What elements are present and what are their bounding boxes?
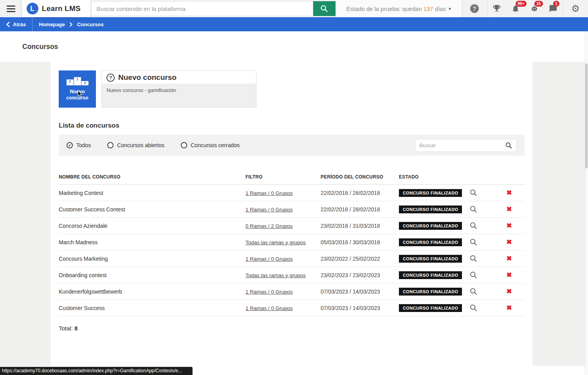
settings-button[interactable]: ⚙ <box>563 0 588 17</box>
delete-contest-icon[interactable]: ✖ <box>506 271 512 279</box>
contest-name: Concorso Aziendale <box>59 223 245 229</box>
filter-radio-todos[interactable]: Todos <box>67 142 91 148</box>
mouse-cursor <box>78 90 83 98</box>
assistant-button[interactable]: 15 <box>525 0 544 17</box>
vertical-scrollbar[interactable] <box>585 31 588 375</box>
back-label: Atrás <box>13 22 26 27</box>
delete-contest-icon[interactable]: ✖ <box>506 238 512 246</box>
contest-period: 05/03/2018 / 30/03/2018 <box>321 239 399 245</box>
breadcrumb-bar: Atrás Homepage Concursos <box>0 17 588 31</box>
contest-name: Customer Success <box>59 305 245 311</box>
contest-filter-link[interactable]: 1 Ramas / 0 Grupos <box>245 305 293 311</box>
contest-filter-link[interactable]: 1 Ramas / 0 Grupos <box>245 207 293 213</box>
view-contest-icon[interactable] <box>469 271 478 279</box>
global-search-input[interactable] <box>91 1 313 16</box>
status-badge: CONCURSO FINALIZADO <box>399 222 462 230</box>
delete-contest-icon[interactable]: ✖ <box>506 288 512 295</box>
back-button[interactable]: Atrás <box>0 17 32 31</box>
list-search-input[interactable] <box>419 142 505 148</box>
table-row: Concours Marketing 1 Ramas / 0 Grupos 23… <box>59 251 525 267</box>
list-search <box>415 139 517 152</box>
filter-radio-cerrados[interactable]: Concursos cerrados <box>181 142 240 148</box>
contest-name: Concours Marketing <box>59 256 245 262</box>
top-bar: L Learn LMS Estado de la prueba: quedan … <box>0 0 588 17</box>
total-value: 8 <box>74 325 78 332</box>
contest-filter-link[interactable]: 0 Ramas / 2 Grupos <box>245 223 293 229</box>
delete-contest-icon[interactable]: ✖ <box>506 255 512 262</box>
assistant-count-badge: 15 <box>534 1 543 7</box>
new-contest-card: ? Nuevo concurso Nuevo concurso - gamifi… <box>101 70 256 108</box>
new-contest-tile[interactable]: 213 Nuevo concurso <box>59 70 96 108</box>
breadcrumb-homepage[interactable]: Homepage <box>39 22 65 27</box>
search-icon[interactable] <box>505 142 512 149</box>
gamification-button[interactable] <box>487 0 506 17</box>
topbar-icons: ? 99+ 15 1 <box>462 0 588 17</box>
chevron-left-icon <box>6 22 10 27</box>
brand-name: Learn LMS <box>42 4 81 13</box>
column-header-estado: ESTADO <box>399 174 469 180</box>
view-contest-icon[interactable] <box>469 238 478 246</box>
total-count: Total: 8 <box>59 325 525 332</box>
contest-name: Kundenerfolgswettbewerb <box>59 288 245 295</box>
contest-name: Onboarding contest <box>59 272 245 278</box>
help-button[interactable]: ? <box>462 0 487 17</box>
delete-contest-icon[interactable]: ✖ <box>506 222 512 229</box>
filter-radio-abiertos[interactable]: Concursos abiertos <box>107 142 164 148</box>
content-panel: 213 Nuevo concurso ? Nuevo concurso Nuev… <box>51 62 532 366</box>
status-badge: CONCURSO FINALIZADO <box>399 238 462 246</box>
help-icon: ? <box>470 4 479 13</box>
status-badge: CONCURSO FINALIZADO <box>399 255 462 263</box>
contest-name: March Madness <box>59 239 245 245</box>
view-contest-icon[interactable] <box>469 205 478 213</box>
radio-icon <box>181 142 187 148</box>
contest-filter-link[interactable]: 1 Ramas / 0 Grupos <box>245 256 293 262</box>
contest-period: 22/02/2018 / 28/02/2018 <box>321 190 399 196</box>
status-badge: CONCURSO FINALIZADO <box>399 206 462 213</box>
table-header: NOMBRE DEL CONCURSO FILTRO PERÍODO DEL C… <box>59 169 525 185</box>
contest-filter-link[interactable]: Todas las ramas y grupos <box>245 240 306 245</box>
scrollbar-thumb[interactable] <box>585 63 588 168</box>
view-contest-icon[interactable] <box>469 222 478 230</box>
global-search <box>91 0 335 17</box>
messages-button[interactable]: 1 <box>544 0 563 17</box>
chevron-right-icon <box>70 22 72 27</box>
contest-filter-link[interactable]: 1 Ramas / 0 Grupos <box>245 190 293 196</box>
trial-status-dropdown[interactable]: Estado de la prueba: quedan 137 días ▾ <box>335 0 462 17</box>
status-badge: CONCURSO FINALIZADO <box>399 271 462 279</box>
gear-icon: ⚙ <box>571 4 580 13</box>
contest-period: 07/03/2023 / 14/03/2023 <box>321 288 399 295</box>
contest-period: 07/03/2023 / 14/03/2023 <box>321 305 399 311</box>
view-contest-icon[interactable] <box>469 254 478 263</box>
contest-name: Marketing Contest <box>59 190 245 196</box>
question-circle-icon: ? <box>106 74 115 82</box>
table-row: Customer Success 1 Ramas / 0 Grupos 07/0… <box>59 300 525 316</box>
delete-contest-icon[interactable]: ✖ <box>506 189 512 197</box>
menu-button[interactable] <box>0 0 22 17</box>
delete-contest-icon[interactable]: ✖ <box>506 206 512 213</box>
column-header-nombre: NOMBRE DEL CONCURSO <box>59 174 245 180</box>
view-contest-icon[interactable] <box>469 287 478 296</box>
brand-logo[interactable]: L Learn LMS <box>22 0 90 17</box>
content-wrapper: 213 Nuevo concurso ? Nuevo concurso Nuev… <box>0 62 588 366</box>
search-icon <box>320 4 328 13</box>
breadcrumb-concursos[interactable]: Concursos <box>77 22 104 27</box>
new-contest-row: 213 Nuevo concurso ? Nuevo concurso Nuev… <box>59 70 525 108</box>
notifications-button[interactable]: 99+ <box>506 0 525 17</box>
table-row: March Madness Todas las ramas y grupos 0… <box>59 234 525 251</box>
delete-contest-icon[interactable]: ✖ <box>506 304 512 312</box>
status-bar-url: https://academy70.docebosaas.com/admin/i… <box>0 367 193 375</box>
page-title: Concursos <box>22 43 58 51</box>
new-contest-card-description: Nuevo concurso - gamificación <box>102 84 256 96</box>
contest-filter-link[interactable]: Todas las ramas y grupos <box>245 272 306 278</box>
contest-name: Customer Success Contest <box>59 206 245 213</box>
global-search-button[interactable] <box>313 1 335 16</box>
view-contest-icon[interactable] <box>469 189 478 197</box>
contest-period: 23/02/2022 / 25/02/2022 <box>321 256 399 262</box>
column-header-periodo: PERÍODO DEL CONCURSO <box>321 174 399 180</box>
contest-filter-link[interactable]: 1 Ramas / 0 Grupos <box>245 289 293 295</box>
messages-count-badge: 1 <box>553 1 559 7</box>
table-body: Marketing Contest 1 Ramas / 0 Grupos 22/… <box>59 185 525 316</box>
view-contest-icon[interactable] <box>469 304 478 312</box>
chevron-down-icon: ▾ <box>449 6 451 11</box>
contest-period: 23/02/2018 / 31/03/2018 <box>321 223 399 229</box>
